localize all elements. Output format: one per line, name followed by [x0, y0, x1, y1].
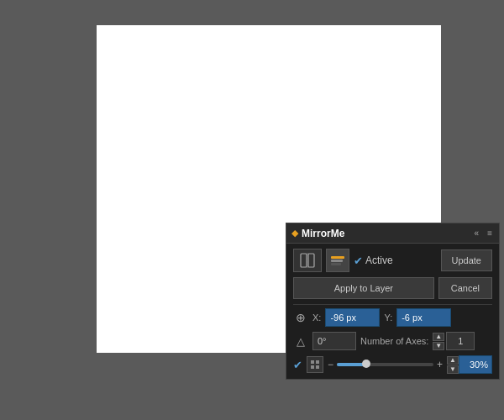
axes-decrement-button[interactable]: ▼ — [433, 342, 444, 350]
cancel-button[interactable]: Cancel — [438, 277, 492, 299]
axes-input[interactable] — [446, 332, 475, 350]
y-input[interactable] — [396, 308, 451, 327]
divider-1 — [293, 304, 492, 305]
apply-to-layer-button[interactable]: Apply to Layer — [293, 277, 434, 299]
y-label: Y: — [384, 312, 392, 323]
svg-rect-3 — [311, 360, 314, 364]
angle-icon: △ — [293, 335, 308, 348]
panel-content: ✔ Active Update Apply to Layer Cancel ⊕ … — [286, 244, 499, 379]
axes-increment-button[interactable]: ▲ — [433, 333, 444, 341]
grid-icon-box[interactable] — [307, 356, 323, 373]
opacity-decrement-button[interactable]: ▼ — [447, 365, 459, 374]
x-label: X: — [312, 312, 321, 323]
angle-input[interactable] — [312, 332, 356, 350]
panel-title: MirrorMe — [302, 228, 344, 239]
slider-plus-icon: + — [437, 359, 443, 370]
svg-rect-0 — [301, 254, 307, 267]
svg-rect-5 — [311, 365, 314, 369]
slider-minus-icon: − — [328, 359, 333, 370]
row-angle-axes: △ Number of Axes: ▲ ▼ — [293, 332, 492, 350]
axes-spinner-buttons: ▲ ▼ — [433, 333, 444, 350]
active-label: Active — [365, 255, 393, 266]
opacity-spinner-buttons: ▲ ▼ — [447, 356, 459, 374]
axes-label: Number of Axes: — [360, 336, 428, 346]
panel-titlebar: ◆ MirrorMe « ≡ — [286, 223, 499, 244]
active-check[interactable]: ✔ Active — [354, 255, 437, 267]
opacity-input[interactable] — [459, 355, 492, 374]
active-checkmark-icon: ✔ — [354, 255, 363, 267]
row-apply-cancel: Apply to Layer Cancel — [293, 277, 492, 299]
panel-title-left: ◆ MirrorMe — [291, 228, 344, 239]
x-input[interactable] — [325, 308, 380, 327]
opacity-checkmark-icon: ✔ — [293, 359, 302, 371]
row-opacity: ✔ − + ▲ ▼ — [293, 355, 492, 374]
axes-spinner: ▲ ▼ — [433, 332, 475, 350]
svg-rect-6 — [316, 365, 319, 369]
opacity-slider-container: − + — [328, 359, 443, 370]
svg-rect-1 — [308, 254, 314, 267]
panel-collapse-button[interactable]: « — [473, 229, 481, 238]
opacity-increment-button[interactable]: ▲ — [447, 356, 459, 365]
update-button[interactable]: Update — [441, 249, 492, 271]
mirror-panel: ◆ MirrorMe « ≡ — [286, 223, 500, 380]
opacity-slider-track[interactable] — [337, 363, 433, 366]
mirror-tool-svg — [299, 252, 316, 269]
opacity-slider-thumb[interactable] — [362, 360, 370, 368]
row-active-update: ✔ Active Update — [293, 249, 492, 272]
layers-stack-icon — [331, 256, 344, 265]
svg-rect-4 — [316, 360, 319, 364]
panel-title-controls: « ≡ — [473, 229, 494, 238]
opacity-spinner-wrap: ▲ ▼ — [447, 355, 492, 374]
panel-menu-button[interactable]: ≡ — [486, 229, 494, 238]
crosshair-icon: ⊕ — [293, 311, 308, 324]
grid-icon — [310, 360, 320, 370]
layers-icon-box[interactable] — [326, 249, 349, 272]
row-xy-coords: ⊕ X: Y: — [293, 308, 492, 327]
mirrorMe-icon: ◆ — [291, 228, 298, 239]
mirror-tool-icon-box[interactable] — [293, 249, 322, 272]
